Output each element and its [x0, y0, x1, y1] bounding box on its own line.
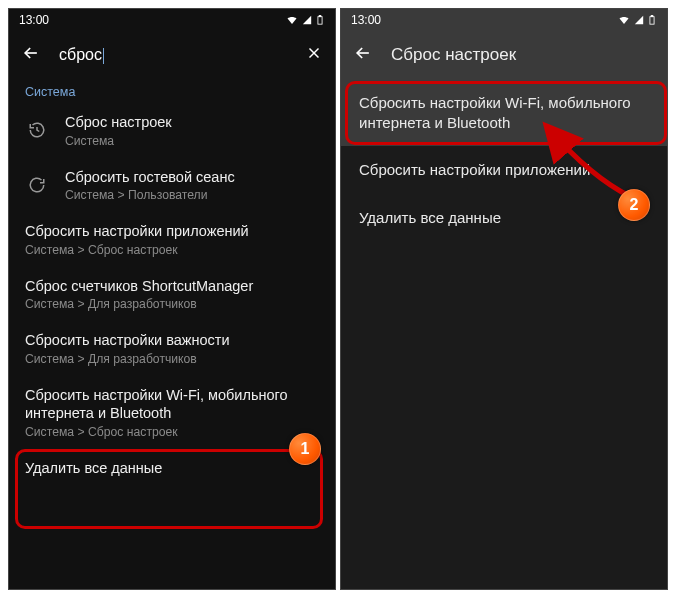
list-item[interactable]: Сбросить настройки важности Система > Дл…	[9, 321, 335, 376]
phone-search-screen: 13:00 сброс Система Сброс	[8, 8, 336, 590]
menu-item-reset-apps[interactable]: Сбросить настройки приложений	[341, 146, 667, 194]
item-title: Сбросить настройки важности	[25, 331, 319, 350]
signal-icon	[302, 14, 312, 26]
status-icons	[285, 14, 325, 26]
item-title: Сбросить настройки Wi-Fi, мобильного инт…	[25, 386, 319, 423]
phone-reset-screen: 13:00 Сброс настроек Сбросить настройки …	[340, 8, 668, 590]
item-title: Сброс счетчиков ShortcutManager	[25, 277, 319, 296]
text-caret	[103, 48, 104, 64]
title-appbar: Сброс настроек	[341, 31, 667, 79]
signal-icon	[634, 14, 644, 26]
item-subtitle: Система > Пользователи	[65, 188, 319, 202]
menu-item-reset-network[interactable]: Сбросить настройки Wi-Fi, мобильного инт…	[341, 79, 667, 146]
menu-item-erase-all[interactable]: Удалить все данные	[341, 194, 667, 242]
item-title: Сбросить гостевой сеанс	[65, 168, 319, 187]
svg-rect-2	[650, 17, 654, 25]
item-subtitle: Система > Для разработчиков	[25, 352, 319, 366]
item-title: Сброс настроек	[65, 113, 319, 132]
svg-rect-1	[319, 15, 321, 16]
page-title: Сброс настроек	[391, 45, 516, 65]
list-item[interactable]: Сброс счетчиков ShortcutManager Система …	[9, 267, 335, 322]
list-item[interactable]: Удалить все данные	[9, 449, 335, 482]
status-bar: 13:00	[341, 9, 667, 31]
battery-icon	[647, 14, 657, 26]
refresh-icon	[25, 176, 49, 194]
history-icon	[25, 121, 49, 139]
item-subtitle: Система > Сброс настроек	[25, 243, 319, 257]
item-subtitle: Система > Для разработчиков	[25, 297, 319, 311]
search-appbar: сброс	[9, 31, 335, 79]
list-item[interactable]: Сбросить настройки приложений Система > …	[9, 212, 335, 267]
section-label: Система	[9, 79, 335, 103]
item-title: Удалить все данные	[25, 459, 319, 478]
wifi-icon	[285, 14, 299, 26]
search-input[interactable]: сброс	[59, 46, 287, 64]
back-icon[interactable]	[353, 43, 373, 67]
status-bar: 13:00	[9, 9, 335, 31]
wifi-icon	[617, 14, 631, 26]
search-text: сброс	[59, 46, 102, 63]
svg-rect-0	[318, 17, 322, 25]
clear-icon[interactable]	[305, 44, 323, 67]
svg-rect-3	[651, 15, 653, 16]
item-subtitle: Система > Сброс настроек	[25, 425, 319, 439]
clock: 13:00	[19, 13, 49, 27]
item-title: Сбросить настройки приложений	[25, 222, 319, 241]
item-subtitle: Система	[65, 134, 319, 148]
list-item[interactable]: Сбросить гостевой сеанс Система > Пользо…	[9, 158, 335, 213]
list-item-highlighted[interactable]: Сбросить настройки Wi-Fi, мобильного инт…	[9, 376, 335, 449]
list-item[interactable]: Сброс настроек Система	[9, 103, 335, 158]
battery-icon	[315, 14, 325, 26]
clock: 13:00	[351, 13, 381, 27]
back-icon[interactable]	[21, 43, 41, 67]
status-icons	[617, 14, 657, 26]
